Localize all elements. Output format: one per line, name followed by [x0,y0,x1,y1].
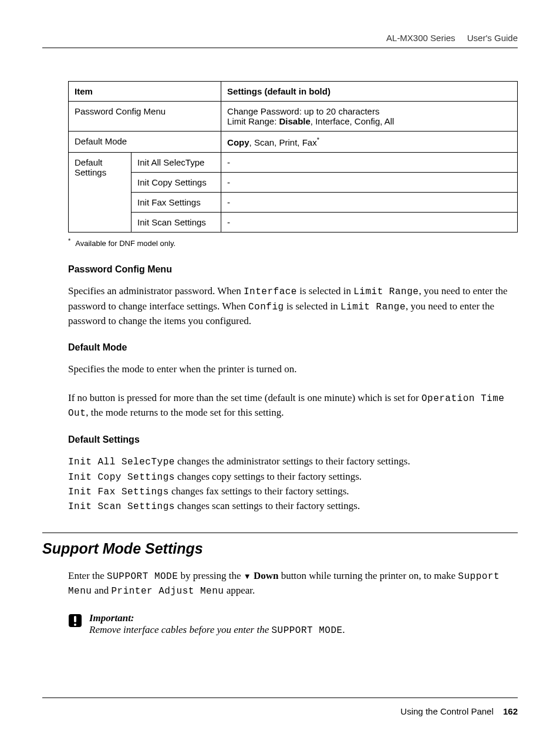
table-row: Password Config Menu Change Password: up… [69,102,518,132]
cell-settings: Change Password: up to 20 characters Lim… [221,102,518,132]
important-message: Remove interface cables before you enter… [89,624,345,636]
cell-settings: Copy, Scan, Print, Fax* [221,132,518,153]
table-row: Default Settings Init All SelecType - [69,153,518,173]
important-text: Important: Remove interface cables befor… [89,612,345,636]
cell-item: Password Config Menu [69,102,221,132]
th-item: Item [69,82,221,102]
table-header-row: Item Settings (default in bold) [69,82,518,102]
body-paragraph: Init All SelecType changes the administr… [68,454,518,514]
section-heading-default-mode: Default Mode [68,342,518,353]
important-label: Important: [89,612,345,624]
cell-settings: - [221,193,518,213]
page-content: Item Settings (default in bold) Password… [42,81,518,636]
section-heading-password-config: Password Config Menu [68,264,518,275]
svg-rect-1 [74,616,76,622]
table-row: Init Copy Settings - [69,173,518,193]
header-series: AL-MX300 Series [386,33,456,43]
footer-section: Using the Control Panel [400,706,493,716]
body-paragraph: Enter the SUPPORT MODE by pressing the ▼… [68,569,518,598]
cell-settings: - [221,173,518,193]
cell-sub: Init Scan Settings [131,213,221,233]
footer-page-number: 162 [503,706,518,716]
cell-settings: - [221,153,518,173]
settings-table: Item Settings (default in bold) Password… [68,81,518,233]
down-triangle-icon: ▼ [244,572,251,581]
cell-sub: Init All SelecType [131,153,221,173]
th-settings: Settings (default in bold) [221,82,518,102]
table-row: Init Scan Settings - [69,213,518,233]
cell-item: Default Mode [69,132,221,153]
important-icon [68,614,82,628]
table-row: Default Mode Copy, Scan, Print, Fax* [69,132,518,153]
svg-rect-2 [74,624,76,626]
header-guide: User's Guide [467,33,518,43]
body-paragraph: Specifies an administrator password. Whe… [68,284,518,328]
document-page: AL-MX300 Series User's Guide Item Settin… [0,0,560,669]
body-paragraph: Specifies the mode to enter when the pri… [68,362,518,377]
cell-sub: Init Copy Settings [131,173,221,193]
cell-item: Default Settings [69,153,131,233]
cell-sub: Init Fax Settings [131,193,221,213]
table-footnote: *Available for DNF model only. [68,237,518,248]
page-footer: Using the Control Panel 162 [42,698,518,716]
important-note: Important: Remove interface cables befor… [68,612,518,636]
section-heading-default-settings: Default Settings [68,434,518,445]
page-header: AL-MX300 Series User's Guide [42,33,518,48]
table-row: Init Fax Settings - [69,193,518,213]
section-heading-support-mode: Support Mode Settings [42,533,518,557]
cell-settings: - [221,213,518,233]
body-paragraph: If no button is pressed for more than th… [68,391,518,420]
